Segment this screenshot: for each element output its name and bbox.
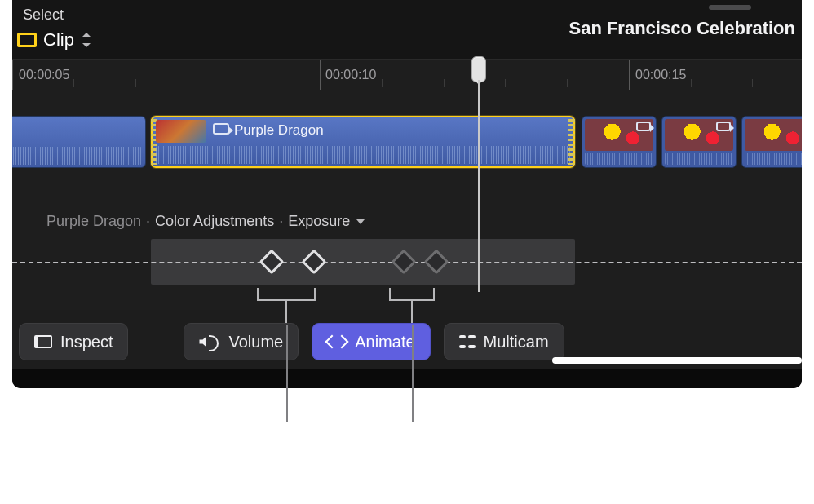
clip[interactable] bbox=[741, 116, 802, 168]
project-title: San Francisco Celebration bbox=[568, 18, 795, 39]
video-icon bbox=[636, 122, 651, 131]
drag-handle[interactable] bbox=[709, 5, 751, 10]
callout-bracket bbox=[257, 288, 316, 301]
playhead[interactable] bbox=[471, 56, 486, 82]
keyframe[interactable] bbox=[301, 249, 326, 274]
playhead-line bbox=[478, 80, 480, 292]
chevron-down-icon bbox=[356, 219, 365, 224]
breadcrumb[interactable]: Purple Dragon · Color Adjustments · Expo… bbox=[46, 213, 365, 230]
clip-icon bbox=[17, 33, 37, 47]
up-down-icon bbox=[81, 33, 92, 47]
keyframe[interactable] bbox=[259, 249, 284, 274]
callout-line bbox=[412, 325, 414, 422]
clip[interactable] bbox=[661, 116, 737, 168]
clip-thumbnail bbox=[156, 120, 206, 143]
callout-line bbox=[286, 325, 288, 422]
clip[interactable] bbox=[582, 116, 657, 168]
select-label: Select bbox=[23, 7, 64, 24]
clip-name: Purple Dragon bbox=[234, 122, 324, 139]
breadcrumb-param: Exposure bbox=[288, 213, 350, 230]
clip-selected[interactable]: Purple Dragon bbox=[151, 116, 575, 168]
inspect-button[interactable]: Inspect bbox=[19, 323, 128, 360]
horizontal-scrollbar[interactable] bbox=[552, 357, 802, 364]
trim-handle-right[interactable] bbox=[568, 119, 575, 165]
volume-button[interactable]: Volume bbox=[184, 323, 299, 360]
timeline-lane[interactable]: Purple Dragon bbox=[12, 90, 802, 183]
breadcrumb-clip: Purple Dragon bbox=[46, 213, 141, 230]
dot-separator: · bbox=[279, 213, 283, 230]
keyframes-icon bbox=[327, 334, 347, 349]
multicam-button[interactable]: Multicam bbox=[444, 323, 564, 360]
time-ruler[interactable]: 00:00:05 00:00:10 00:00:15 bbox=[12, 59, 802, 90]
button-label: Multicam bbox=[484, 333, 549, 351]
keyframe-strip[interactable] bbox=[151, 239, 575, 285]
button-label: Volume bbox=[228, 333, 283, 351]
selection-mode[interactable]: Clip bbox=[17, 29, 92, 51]
time-tick-label: 00:00:10 bbox=[325, 68, 376, 82]
time-tick-label: 00:00:15 bbox=[635, 68, 686, 82]
video-icon bbox=[213, 123, 229, 135]
time-tick-label: 00:00:05 bbox=[19, 68, 69, 82]
button-label: Inspect bbox=[60, 333, 113, 351]
button-label: Animate bbox=[355, 333, 414, 351]
dot-separator: · bbox=[146, 213, 150, 230]
selection-mode-label: Clip bbox=[43, 29, 74, 51]
speaker-icon bbox=[199, 334, 220, 350]
grid-icon bbox=[459, 334, 476, 350]
keyframe-dim[interactable] bbox=[423, 249, 449, 274]
clip-left-partial[interactable] bbox=[12, 116, 146, 168]
sliders-icon bbox=[34, 333, 52, 351]
video-icon bbox=[716, 122, 731, 131]
callout-bracket bbox=[389, 288, 435, 301]
breadcrumb-group: Color Adjustments bbox=[155, 213, 274, 230]
keyframe-dim[interactable] bbox=[391, 249, 416, 274]
